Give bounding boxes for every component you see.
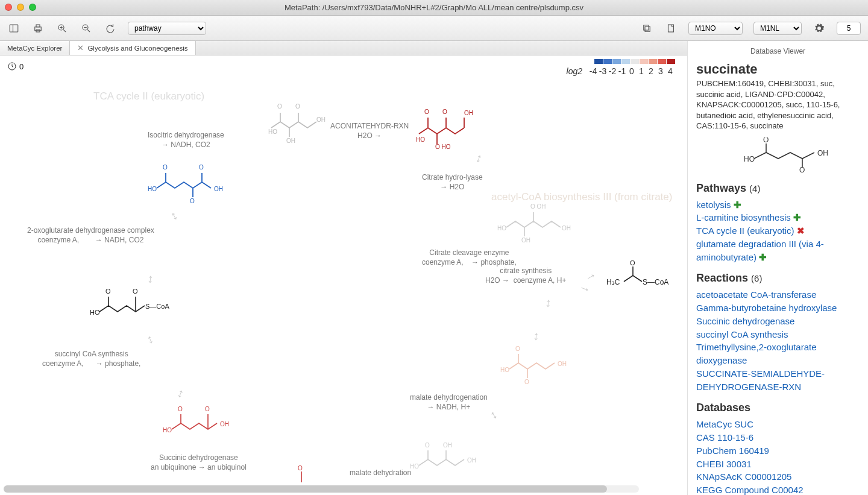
molecule-oxaloacetate[interactable]: HOOHOO: [494, 345, 579, 387]
rxn-citrate-hydrolyase[interactable]: Citrate hydro-lyase → H2O: [422, 173, 483, 192]
svg-text:OH: OH: [521, 237, 530, 244]
tab-label: MetaCyc Explorer: [7, 45, 62, 52]
scrollbar-thumb[interactable]: [4, 485, 607, 493]
tabbar: MetaCyc Explorer ✕ Glycolysis and Glucon…: [0, 41, 687, 55]
svg-text:O: O: [178, 406, 183, 412]
legend-swatch: [612, 59, 621, 64]
color-legend: log2 -4-3-2-101234: [567, 59, 675, 76]
rxn-citrate-synthesis[interactable]: citrate synthesis H2O → coenzyme A, H+: [485, 266, 566, 285]
database-link[interactable]: KEGG Compound C00042: [696, 485, 804, 495]
reaction-link[interactable]: Trimethyllysine,2-oxoglutarate dioxygena…: [696, 342, 817, 365]
reaction-link[interactable]: SUCCINATE-SEMIALDEHYDE-DEHYDROGENASE-RXN: [696, 368, 825, 392]
legend-swatch: [667, 59, 675, 64]
database-link[interactable]: MetaCyc SUC: [696, 419, 753, 429]
svg-text:O: O: [277, 103, 282, 110]
tab-metacyc-explorer[interactable]: MetaCyc Explorer: [0, 41, 70, 55]
print-icon[interactable]: [31, 22, 45, 35]
database-link[interactable]: CHEBI 30031: [696, 459, 752, 469]
close-window-button[interactable]: [5, 4, 12, 11]
svg-rect-15: [668, 25, 674, 32]
legend-tick: -3: [598, 66, 608, 76]
svg-text:H₃C: H₃C: [606, 278, 620, 286]
rxn-aconitate[interactable]: ACONITATEHYDR-RXN H2O →: [330, 122, 409, 140]
metabolite-name: succinate: [696, 61, 860, 77]
rxn-malate-dehydration[interactable]: malate dehydration: [350, 468, 411, 478]
panel-layout-icon[interactable]: [7, 22, 20, 35]
svg-line-7: [63, 30, 66, 32]
clock-icon: [7, 61, 17, 71]
left-group-select[interactable]: M1NO: [688, 22, 743, 35]
tab-label: Glycolysis and Gluconeogenesis: [87, 45, 187, 52]
svg-text:O: O: [630, 260, 635, 266]
pathway-link[interactable]: TCA cycle II (eukaryotic): [696, 225, 794, 236]
settings-icon[interactable]: [813, 22, 826, 35]
svg-text:O: O: [763, 137, 769, 144]
pathway-link[interactable]: ketolysis: [696, 200, 731, 210]
svg-rect-13: [645, 27, 650, 31]
horizontal-scrollbar[interactable]: [4, 485, 639, 493]
rxn-malate-dehydrogenation[interactable]: malate dehydrogenation → NADH, H+: [410, 393, 488, 412]
reaction-link[interactable]: acetoacetate CoA-transferase: [696, 289, 816, 300]
reactions-heading: Reactions (6): [696, 272, 860, 285]
rxn-akg-dh[interactable]: 2-oxoglutarate dehydrogenase complex coe…: [27, 226, 154, 245]
zoom-window-button[interactable]: [29, 4, 36, 11]
legend-swatch: [594, 59, 603, 64]
svg-line-11: [87, 30, 90, 32]
molecule-cisaconitate[interactable]: HOOHOOO HO: [404, 101, 482, 155]
molecule-structure-succinate: HOOH OO: [718, 137, 838, 174]
arrow-icon: ↔: [143, 273, 159, 286]
tab-glycolysis[interactable]: ✕ Glycolysis and Gluconeogenesis: [70, 41, 195, 55]
copy-icon[interactable]: [640, 22, 653, 35]
zoom-in-icon[interactable]: [55, 22, 69, 35]
rxn-isocitrate-dh[interactable]: Isocitric dehydrogenase → NADH, CO2: [148, 131, 224, 150]
svg-text:O: O: [199, 164, 204, 171]
svg-text:OH: OH: [467, 457, 476, 464]
svg-text:OH: OH: [214, 186, 223, 192]
database-link[interactable]: KNApSAcK C00001205: [696, 471, 791, 482]
molecule-malate[interactable]: HOOHOOH: [404, 441, 488, 484]
svg-text:OH: OH: [286, 137, 295, 144]
reaction-link[interactable]: succinyl CoA synthesis: [696, 329, 788, 339]
svg-rect-14: [644, 25, 649, 30]
database-link[interactable]: PubChem 160419: [696, 446, 769, 456]
svg-text:HO: HO: [416, 136, 425, 143]
rxn-succ-coa-synth[interactable]: succinyl CoA synthesis coenzyme A, → pho…: [42, 350, 140, 368]
legend-swatch: [603, 59, 612, 64]
svg-text:O: O: [298, 465, 303, 471]
legend-tick: 3: [656, 66, 665, 76]
legend-tick: 0: [627, 66, 637, 76]
molecule-succinyl-coa[interactable]: HOOOS—CoA: [87, 288, 190, 330]
molecule-succinate[interactable]: HOOHOO: [157, 405, 241, 447]
zoom-out-icon[interactable]: [80, 22, 93, 35]
molecule-citrate[interactable]: HOOHO OHOH: [494, 200, 579, 248]
molecule-fumarate-partial: O: [289, 465, 319, 484]
rxn-citrate-cleavage[interactable]: Citrate cleavage enzyme coenzyme A, → ph…: [422, 248, 517, 267]
rxn-succinic-dh[interactable]: Succinic dehydrogenase an ubiquinone → a…: [151, 453, 247, 472]
minimize-window-button[interactable]: [17, 4, 24, 11]
svg-text:O: O: [133, 288, 138, 295]
reactions-list: acetoacetate CoA-transferaseGamma-butyro…: [696, 288, 860, 393]
legend-swatch: [621, 59, 630, 64]
database-link[interactable]: CAS 110-15-6: [696, 432, 753, 443]
molecule-akg[interactable]: HOOHOOO: [142, 161, 232, 209]
close-tab-icon[interactable]: ✕: [77, 44, 84, 52]
threshold-stepper[interactable]: [837, 22, 861, 35]
svg-text:OH: OH: [558, 361, 567, 367]
pathway-title-tca: TCA cycle II (eukaryotic): [93, 90, 204, 102]
refresh-icon[interactable]: [104, 22, 117, 35]
mode-select[interactable]: pathway: [128, 22, 206, 35]
reaction-link[interactable]: Succinic dehydrogenase: [696, 316, 794, 326]
svg-text:HO: HO: [163, 427, 172, 434]
right-group-select[interactable]: M1NL: [753, 22, 802, 35]
pathway-canvas[interactable]: 0 log2 -4-3-2-101234 TCA cycle II (eukar…: [0, 55, 687, 495]
arrow-icon: ↔: [166, 207, 184, 225]
legend-tick: -1: [617, 66, 627, 76]
svg-rect-3: [35, 27, 42, 30]
document-icon[interactable]: [664, 22, 678, 35]
legend-swatch: [631, 59, 639, 64]
pathway-link[interactable]: L-carnitine biosynthesis: [696, 212, 791, 222]
molecule-isocitrate[interactable]: HOOHOOOH: [259, 98, 332, 146]
molecule-acetyl-coa[interactable]: H₃COS—CoA: [603, 260, 681, 297]
svg-text:O: O: [442, 109, 447, 115]
reaction-link[interactable]: Gamma-butyrobetaine hydroxylase: [696, 303, 837, 313]
